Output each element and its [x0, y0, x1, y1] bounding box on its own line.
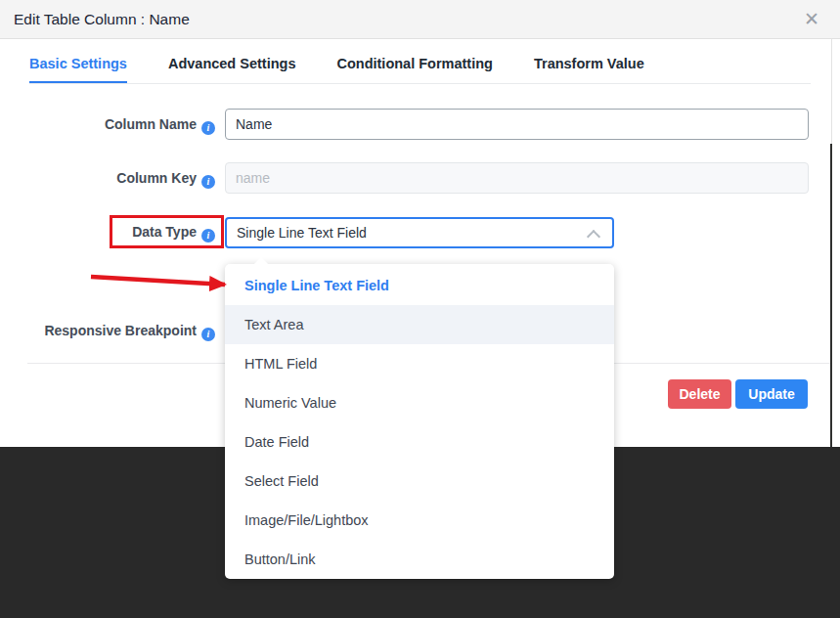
info-icon[interactable]: [201, 121, 215, 135]
responsive-breakpoint-label: Responsive Breakpoint: [0, 323, 215, 341]
dropdown-option-single-line-text-field[interactable]: Single Line Text Field: [225, 266, 614, 305]
dropdown-option-button-link[interactable]: Button/Link: [225, 540, 614, 579]
dropdown-option-text-area[interactable]: Text Area: [225, 305, 614, 344]
update-button[interactable]: Update: [735, 379, 808, 409]
tab-basic-settings[interactable]: Basic Settings: [29, 39, 127, 83]
modal-header: Edit Table Column : Name ✕: [0, 0, 840, 39]
scrollbar-thumb[interactable]: [830, 144, 832, 447]
column-key-label: Column Key: [0, 170, 215, 189]
annotation-arrow: [83, 266, 244, 297]
modal-title: Edit Table Column : Name: [14, 0, 190, 38]
dropdown-option-select-field[interactable]: Select Field: [225, 462, 614, 501]
column-key-input: [225, 162, 809, 194]
data-type-label: Data Type: [0, 224, 215, 243]
info-icon[interactable]: [201, 229, 215, 243]
tab-conditional-formatting[interactable]: Conditional Formatting: [336, 39, 492, 83]
column-name-label: Column Name: [0, 116, 215, 135]
dropdown-option-date-field[interactable]: Date Field: [225, 422, 614, 462]
data-type-select[interactable]: Single Line Text Field: [225, 217, 614, 248]
close-icon[interactable]: ✕: [798, 0, 825, 39]
dropdown-option-image-file-lightbox[interactable]: Image/File/Lightbox: [225, 501, 614, 540]
delete-button[interactable]: Delete: [668, 379, 731, 409]
column-name-input[interactable]: [225, 109, 809, 140]
info-icon[interactable]: [201, 328, 215, 341]
tab-advanced-settings[interactable]: Advanced Settings: [168, 39, 296, 83]
dropdown-option-numeric-value[interactable]: Numeric Value: [225, 383, 614, 422]
info-icon[interactable]: [201, 175, 215, 189]
tab-bar: Basic Settings Advanced Settings Conditi…: [29, 39, 811, 84]
data-type-selected-value: Single Line Text Field: [237, 225, 367, 241]
data-type-dropdown: Single Line Text Field Text Area HTML Fi…: [225, 264, 614, 579]
tab-transform-value[interactable]: Transform Value: [534, 39, 644, 83]
dropdown-option-html-field[interactable]: HTML Field: [225, 344, 614, 383]
chevron-up-icon: [587, 230, 600, 243]
edit-table-column-modal: Edit Table Column : Name ✕ Basic Setting…: [0, 0, 840, 618]
